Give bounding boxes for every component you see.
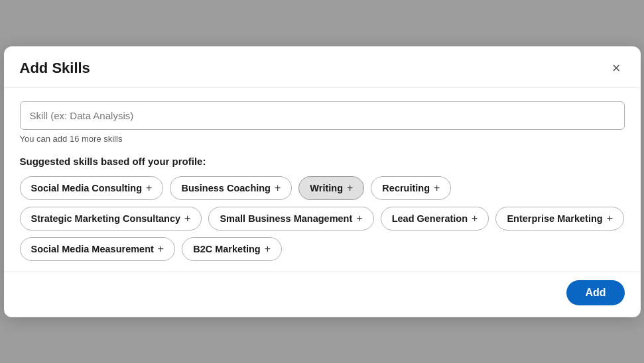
skill-chip-label: Strategic Marketing Consultancy xyxy=(31,213,181,224)
modal-header: Add Skills × xyxy=(4,46,641,88)
modal-overlay: Add Skills × You can add 16 more skills … xyxy=(0,0,644,363)
skill-chip[interactable]: Business Coaching+ xyxy=(170,176,292,200)
skill-chip[interactable]: B2C Marketing+ xyxy=(182,237,282,261)
plus-icon: + xyxy=(158,243,164,255)
skills-grid: Social Media Consulting+Business Coachin… xyxy=(20,176,625,261)
plus-icon: + xyxy=(607,213,613,225)
skill-chip-label: Lead Generation xyxy=(392,213,468,224)
skill-chip-label: Writing xyxy=(310,183,343,193)
modal-body: You can add 16 more skills Suggested ski… xyxy=(4,88,641,272)
plus-icon: + xyxy=(275,182,281,194)
add-button[interactable]: Add xyxy=(566,280,624,305)
close-button[interactable]: × xyxy=(608,60,625,77)
skill-chip[interactable]: Enterprise Marketing+ xyxy=(495,207,624,231)
modal-footer: Add xyxy=(4,272,641,317)
skill-chip[interactable]: Lead Generation+ xyxy=(381,207,489,231)
suggested-label: Suggested skills based off your profile: xyxy=(20,156,625,167)
skill-chip-label: Recruiting xyxy=(382,183,430,193)
skill-chip[interactable]: Strategic Marketing Consultancy+ xyxy=(20,207,202,231)
plus-icon: + xyxy=(347,182,353,194)
plus-icon: + xyxy=(434,182,440,194)
plus-icon: + xyxy=(472,213,478,225)
skill-chip-label: Enterprise Marketing xyxy=(507,213,602,224)
plus-icon: + xyxy=(184,213,190,225)
skill-input[interactable] xyxy=(20,101,625,130)
skill-chip-label: Small Business Management xyxy=(220,213,352,224)
skill-chip-label: Social Media Consulting xyxy=(31,183,143,193)
skill-chip[interactable]: Small Business Management+ xyxy=(208,207,373,231)
skill-chip[interactable]: Social Media Consulting+ xyxy=(20,176,164,200)
modal-title: Add Skills xyxy=(20,60,90,77)
skills-count-text: You can add 16 more skills xyxy=(20,134,625,144)
skill-chip-label: Business Coaching xyxy=(181,183,271,193)
plus-icon: + xyxy=(265,243,271,255)
plus-icon: + xyxy=(356,213,362,225)
skill-chip[interactable]: Writing+ xyxy=(298,176,364,200)
plus-icon: + xyxy=(146,182,152,194)
skill-chip[interactable]: Recruiting+ xyxy=(371,176,451,200)
skill-chip-label: B2C Marketing xyxy=(193,244,261,254)
add-skills-modal: Add Skills × You can add 16 more skills … xyxy=(4,46,641,317)
skill-chip-label: Social Media Measurement xyxy=(31,244,154,254)
skill-chip[interactable]: Social Media Measurement+ xyxy=(20,237,176,261)
